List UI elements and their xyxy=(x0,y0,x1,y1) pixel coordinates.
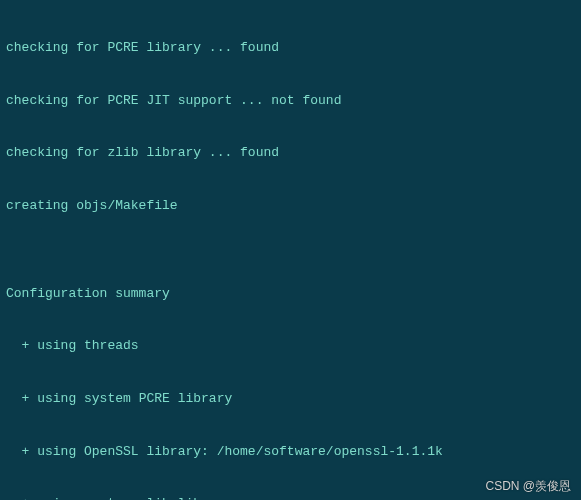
output-line: checking for PCRE library ... found xyxy=(6,39,575,57)
output-line: + using OpenSSL library: /home/software/… xyxy=(6,443,575,461)
output-line: Configuration summary xyxy=(6,285,575,303)
terminal-output[interactable]: checking for PCRE library ... found chec… xyxy=(6,4,575,500)
output-line: + using threads xyxy=(6,337,575,355)
output-line: checking for PCRE JIT support ... not fo… xyxy=(6,92,575,110)
output-line: + using system zlib library xyxy=(6,495,575,500)
output-line: + using system PCRE library xyxy=(6,390,575,408)
watermark: CSDN @羡俊恩 xyxy=(485,478,571,494)
output-line: creating objs/Makefile xyxy=(6,197,575,215)
output-line: checking for zlib library ... found xyxy=(6,144,575,162)
